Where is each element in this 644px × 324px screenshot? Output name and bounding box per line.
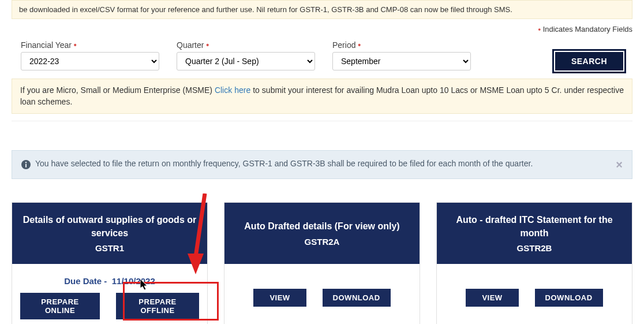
- gstr1-due-date: Due Date - 11/10/2022: [64, 276, 155, 286]
- top-info-banner: be downloaded in excel/CSV format for yo…: [12, 0, 632, 19]
- mandatory-indicator-text: Indicates Mandatory Fields: [543, 25, 632, 33]
- quarter-select[interactable]: Quarter 2 (Jul - Sep): [177, 52, 315, 70]
- required-dot-icon: •: [355, 40, 361, 50]
- cards-row: Details of outward supplies of goods or …: [12, 202, 632, 324]
- gstr2b-view-button[interactable]: VIEW: [466, 289, 518, 307]
- top-banner-text: be downloaded in excel/CSV format for yo…: [19, 5, 512, 14]
- required-dot-icon: •: [204, 40, 209, 50]
- mandatory-dot-icon: •: [538, 25, 541, 33]
- financial-year-label: Financial Year •: [21, 40, 159, 50]
- svg-point-2: [25, 162, 27, 163]
- msme-click-here-link[interactable]: Click here: [215, 85, 250, 95]
- info-alert-text: You have selected to file the return on …: [35, 159, 611, 168]
- financial-year-group: Financial Year • 2022-23: [21, 40, 159, 70]
- period-label: Period •: [332, 40, 471, 50]
- gstr1-title: Details of outward supplies of goods or …: [20, 214, 199, 240]
- gstr2a-card: Auto Drafted details (For view only) GST…: [224, 202, 420, 324]
- info-alert: You have selected to file the return on …: [12, 150, 632, 179]
- gstr2a-title: Auto Drafted details (For view only): [233, 220, 411, 233]
- gstr2a-view-button[interactable]: VIEW: [253, 289, 306, 307]
- gstr2b-header: Auto - drafted ITC Statement for the mon…: [437, 203, 632, 264]
- quarter-group: Quarter • Quarter 2 (Jul - Sep): [177, 40, 315, 70]
- gstr2b-subtitle: GSTR2B: [445, 243, 624, 253]
- gstr2b-download-button[interactable]: DOWNLOAD: [535, 289, 603, 307]
- close-icon[interactable]: ×: [616, 159, 623, 170]
- gstr2a-body: VIEW DOWNLOAD: [224, 264, 420, 324]
- gstr2b-card: Auto - drafted ITC Statement for the mon…: [436, 202, 632, 324]
- gstr1-card: Details of outward supplies of goods or …: [12, 202, 208, 324]
- gstr2a-header: Auto Drafted details (For view only) GST…: [224, 203, 420, 264]
- period-select[interactable]: September: [332, 52, 471, 70]
- gstr1-header: Details of outward supplies of goods or …: [12, 203, 207, 264]
- prepare-offline-button[interactable]: PREPARE OFFLINE: [116, 293, 199, 319]
- financial-year-select[interactable]: 2022-23: [21, 52, 159, 70]
- prepare-online-button[interactable]: PREPARE ONLINE: [20, 293, 100, 319]
- search-button[interactable]: SEARCH: [555, 52, 623, 70]
- gstr1-subtitle: GSTR1: [20, 243, 199, 253]
- gstr2b-body: VIEW DOWNLOAD: [437, 264, 632, 324]
- gstr1-buttons: PREPARE ONLINE PREPARE OFFLINE: [20, 293, 199, 319]
- mandatory-indicator: • Indicates Mandatory Fields: [12, 23, 632, 36]
- info-circle-icon: [21, 160, 31, 169]
- gstr2b-buttons: VIEW DOWNLOAD: [466, 289, 602, 307]
- msme-text-pre: If you are Micro, Small or Medium Enterp…: [20, 85, 215, 95]
- gstr2a-buttons: VIEW DOWNLOAD: [253, 289, 390, 307]
- svg-rect-1: [25, 164, 27, 167]
- quarter-label: Quarter •: [177, 40, 315, 50]
- gstr2b-title: Auto - drafted ITC Statement for the mon…: [445, 214, 624, 240]
- required-dot-icon: •: [72, 40, 77, 50]
- gstr1-body: Due Date - 11/10/2022 PREPARE ONLINE PRE…: [12, 264, 207, 324]
- period-group: Period • September: [332, 40, 471, 70]
- msme-banner: If you are Micro, Small or Medium Enterp…: [12, 79, 632, 114]
- gstr2a-subtitle: GSTR2A: [233, 237, 411, 247]
- divider: [12, 121, 632, 121]
- filters-row: Financial Year • 2022-23 Quarter • Quart…: [12, 36, 632, 79]
- gstr2a-download-button[interactable]: DOWNLOAD: [323, 289, 391, 307]
